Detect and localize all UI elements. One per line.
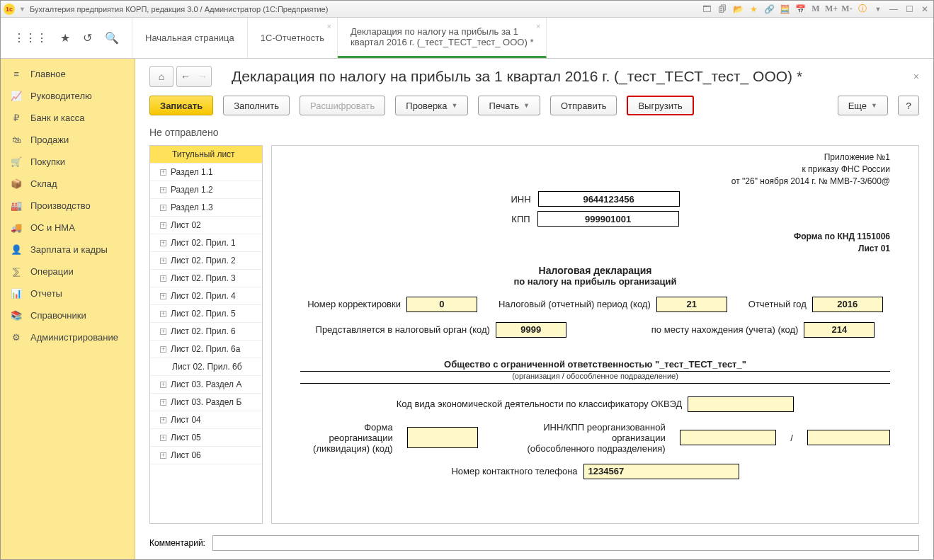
expand-icon[interactable]: + xyxy=(160,222,166,229)
close-icon[interactable]: ✕ xyxy=(919,4,930,15)
expand-icon[interactable]: + xyxy=(160,346,166,353)
decode-button[interactable]: Расшифровать xyxy=(300,96,385,115)
more-button[interactable]: Еще▼ xyxy=(838,96,888,115)
tree-item[interactable]: +Раздел 1.2 xyxy=(150,181,262,199)
expand-icon[interactable]: + xyxy=(160,382,166,388)
m-button[interactable]: M xyxy=(810,4,821,15)
print-button[interactable]: Печать▼ xyxy=(478,96,540,115)
sidebar-item[interactable]: ⚙Администрирование xyxy=(1,326,135,348)
tree-item[interactable]: +Лист 02. Прил. 3 xyxy=(150,270,262,287)
tab-home[interactable]: Начальная страница xyxy=(132,18,248,58)
mplus-button[interactable]: M+ xyxy=(826,4,837,15)
back-icon[interactable]: ← xyxy=(177,71,194,82)
tree-item[interactable]: +Лист 02. Прил. 4 xyxy=(150,287,262,305)
calendar-icon[interactable]: 📅 xyxy=(795,4,806,15)
link-icon[interactable]: 🔗 xyxy=(763,4,775,15)
maximize-icon[interactable]: ☐ xyxy=(904,4,915,15)
expand-icon[interactable]: + xyxy=(160,187,166,193)
expand-icon[interactable]: + xyxy=(160,399,166,406)
reorg-code-field[interactable] xyxy=(407,427,478,448)
tool-icon[interactable]: 🗔 xyxy=(701,4,712,15)
sidebar-item[interactable]: ₽Банк и касса xyxy=(1,107,135,129)
tree-item[interactable]: +Лист 02. Прил. 5 xyxy=(150,305,262,323)
info-icon[interactable]: ⓘ xyxy=(857,4,868,15)
nav-back-forward[interactable]: ←→ xyxy=(176,66,212,87)
help-button[interactable]: ? xyxy=(898,96,919,115)
sidebar-item[interactable]: 📈Руководителю xyxy=(1,85,135,107)
tree-item[interactable]: +Лист 06 xyxy=(150,447,262,464)
sidebar-item[interactable]: ⅀Операции xyxy=(1,261,135,282)
tree-item[interactable]: +Лист 02. Прил. 6 xyxy=(150,323,262,341)
tool-icon[interactable]: 📂 xyxy=(732,4,744,15)
tree-item[interactable]: +Раздел 1.3 xyxy=(150,199,262,217)
sidebar-item[interactable]: 🏭Производство xyxy=(1,195,135,217)
sidebar-item[interactable]: 🚚ОС и НМА xyxy=(1,217,135,239)
tree-item[interactable]: +Лист 02 xyxy=(150,217,262,234)
tree-item[interactable]: +Лист 03. Раздел А xyxy=(150,376,262,394)
minimize-icon[interactable]: — xyxy=(888,4,899,15)
tree-item[interactable]: Лист 02. Прил. 6б xyxy=(150,358,262,376)
expand-icon[interactable]: + xyxy=(160,275,166,282)
fav-icon[interactable]: ★ xyxy=(60,31,70,45)
expand-icon[interactable]: + xyxy=(160,417,166,423)
info-dd-icon[interactable]: ▼ xyxy=(872,4,884,15)
send-button[interactable]: Отправить xyxy=(550,96,617,115)
period-field[interactable]: 21 xyxy=(656,297,727,312)
sidebar-item[interactable]: 📊Отчеты xyxy=(1,282,135,304)
comment-input[interactable] xyxy=(212,535,919,551)
expand-icon[interactable]: + xyxy=(160,240,166,246)
okved-field[interactable] xyxy=(688,396,794,412)
tree-item[interactable]: +Раздел 1.1 xyxy=(150,164,262,181)
sidebar-item[interactable]: 👤Зарплата и кадры xyxy=(1,239,135,261)
apps-icon[interactable]: ⋮⋮⋮ xyxy=(13,31,47,45)
expand-icon[interactable]: + xyxy=(160,205,166,211)
calc-icon[interactable]: 🧮 xyxy=(779,4,790,15)
expand-icon[interactable]: + xyxy=(160,169,166,176)
year-field[interactable]: 2016 xyxy=(812,297,883,312)
reorg-inn-field[interactable] xyxy=(680,430,777,445)
history-icon[interactable]: ↺ xyxy=(83,31,92,45)
tool-icon[interactable]: 🗐 xyxy=(717,4,728,15)
expand-icon[interactable]: + xyxy=(160,258,166,264)
organ-field[interactable]: 9999 xyxy=(496,322,566,338)
export-button[interactable]: Выгрузить xyxy=(627,96,693,115)
search-icon[interactable]: 🔍 xyxy=(105,31,119,45)
tab-declaration[interactable]: Декларация по налогу на прибыль за 1квар… xyxy=(338,18,547,58)
tree-item[interactable]: +Лист 02. Прил. 1 xyxy=(150,234,262,252)
corr-field[interactable]: 0 xyxy=(406,297,477,312)
tree-item[interactable]: +Лист 03. Раздел Б xyxy=(150,394,262,411)
sidebar-item[interactable]: ≡Главное xyxy=(1,63,135,85)
expand-icon[interactable]: + xyxy=(160,435,166,441)
expand-icon[interactable]: + xyxy=(160,452,166,459)
section-tree[interactable]: Титульный лист+Раздел 1.1+Раздел 1.2+Раз… xyxy=(149,145,263,524)
tree-item[interactable]: +Лист 02. Прил. 2 xyxy=(150,252,262,270)
place-field[interactable]: 214 xyxy=(804,322,875,338)
star-icon[interactable]: ★ xyxy=(748,4,759,15)
reorg-kpp-field[interactable] xyxy=(807,430,890,445)
inn-field[interactable]: 9644123456 xyxy=(538,191,680,207)
home-button[interactable]: ⌂ xyxy=(149,66,173,87)
tree-item[interactable]: Титульный лист xyxy=(150,146,262,164)
sidebar-item[interactable]: 🛒Покупки xyxy=(1,151,135,173)
write-button[interactable]: Записать xyxy=(149,96,213,115)
close-page-icon[interactable]: × xyxy=(913,71,919,82)
titlebar-dropdown-icon[interactable]: ▼ xyxy=(19,6,25,13)
expand-icon[interactable]: + xyxy=(160,328,166,335)
kpp-field[interactable]: 999901001 xyxy=(537,211,679,227)
tree-item[interactable]: +Лист 02. Прил. 6а xyxy=(150,341,262,358)
check-button[interactable]: Проверка▼ xyxy=(395,96,468,115)
mminus-button[interactable]: M- xyxy=(841,4,853,15)
tab-reporting[interactable]: 1С-Отчетность× xyxy=(248,18,338,58)
fill-button[interactable]: Заполнить xyxy=(223,96,290,115)
tree-item[interactable]: +Лист 04 xyxy=(150,411,262,429)
tree-item[interactable]: +Лист 05 xyxy=(150,429,262,447)
forward-icon[interactable]: → xyxy=(194,71,211,82)
sidebar-item[interactable]: 🛍Продажи xyxy=(1,129,135,151)
sidebar-item[interactable]: 📚Справочники xyxy=(1,304,135,326)
expand-icon[interactable]: + xyxy=(160,293,166,299)
expand-icon[interactable]: + xyxy=(160,311,166,317)
sidebar-item[interactable]: 📦Склад xyxy=(1,173,135,195)
close-icon[interactable]: × xyxy=(536,22,540,30)
phone-field[interactable]: 1234567 xyxy=(583,464,739,479)
close-icon[interactable]: × xyxy=(327,22,331,30)
